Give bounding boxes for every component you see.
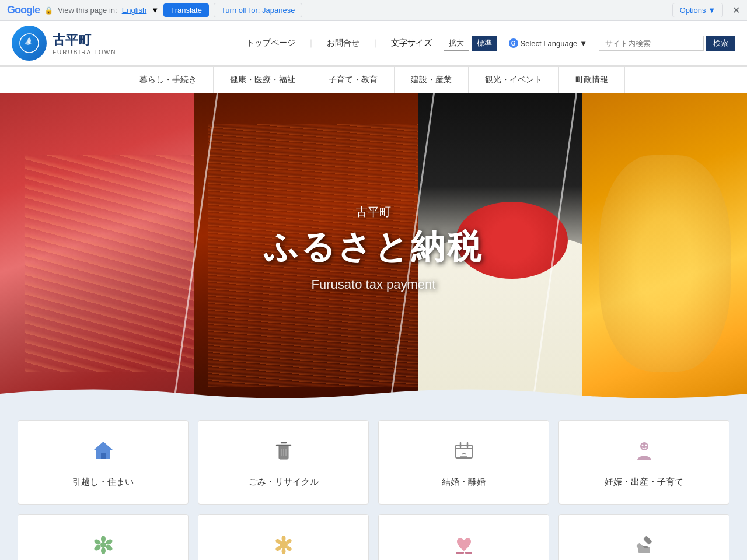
contact-link[interactable]: お問合せ (327, 38, 359, 48)
close-translate-button[interactable]: ✕ (732, 5, 740, 16)
svg-point-13 (641, 444, 643, 446)
nav-tourism[interactable]: 観光・イベント (469, 66, 558, 93)
search-area: 検索 (599, 36, 735, 51)
hero-panel-mango (582, 93, 747, 402)
logo-text: 古平町 FURUBIRA TOWN (53, 32, 117, 55)
hero-wave-bottom (0, 385, 747, 402)
search-button[interactable]: 検索 (706, 36, 735, 51)
nav-childcare[interactable]: 子育て・教育 (312, 66, 394, 93)
quick-card-school[interactable]: 入園・入学 (18, 514, 189, 560)
quick-links-grid: 引越し・住まい ごみ・リサイクル (18, 420, 729, 560)
translate-button[interactable]: Translate (163, 4, 209, 17)
options-button[interactable]: Options ▼ (672, 3, 723, 18)
separator: ｜ (371, 38, 379, 48)
moving-label: 引越し・住まい (72, 477, 134, 488)
font-controls: 拡大 標準 (444, 36, 497, 51)
search-input[interactable] (599, 36, 704, 51)
garbage-label: ごみ・リサイクル (249, 477, 319, 488)
quick-card-grief[interactable]: ご不幸 (198, 514, 369, 560)
hero-banner: 古平町 ふるさと納税 Furusato tax payment (0, 93, 747, 402)
baby-icon (630, 437, 658, 468)
svg-point-14 (645, 444, 647, 446)
language-link[interactable]: English (122, 6, 147, 15)
svg-point-19 (101, 547, 106, 554)
quick-card-marriage[interactable]: 結婚・離婚 (378, 420, 549, 505)
bid-icon (630, 531, 658, 560)
view-text: View this page in: (58, 6, 117, 15)
svg-rect-1 (101, 453, 106, 459)
nav-living[interactable]: 暮らし・手続き (123, 66, 213, 93)
svg-rect-29 (456, 552, 464, 554)
quick-card-moving[interactable]: 引越し・住まい (18, 420, 189, 505)
quick-card-garbage[interactable]: ごみ・リサイクル (198, 420, 369, 505)
svg-rect-8 (456, 445, 472, 458)
svg-point-15 (100, 542, 106, 548)
select-language-label: Select Language (521, 39, 578, 48)
language-dropdown-arrow: ▼ (580, 39, 587, 48)
main-nav: 暮らし・手続き 健康・医療・福祉 子育て・教育 建設・産業 観光・イベント 町政… (0, 66, 747, 93)
site-header: 古平町 FURUBIRA TOWN トップページ ｜ お問合せ ｜ 文字サイズ … (0, 21, 747, 66)
school-icon (89, 531, 117, 560)
svg-point-26 (281, 548, 285, 554)
translate-bar: Google 🔒 View this page in: English ▼ Tr… (0, 0, 747, 21)
svg-point-23 (281, 536, 285, 541)
turnoff-button[interactable]: Turn off for: Japanese (214, 3, 302, 18)
quick-card-baby[interactable]: 妊娠・出産・子育て (558, 420, 729, 505)
top-page-link[interactable]: トップページ (246, 38, 295, 48)
top-nav: トップページ ｜ お問合せ ｜ 文字サイズ 拡大 標準 G Select Lan… (246, 36, 735, 51)
google-translate-logo: Google (7, 4, 40, 16)
logo-roman: FURUBIRA TOWN (53, 49, 117, 55)
font-size-label: 文字サイズ (391, 38, 432, 48)
benefit-icon (450, 531, 478, 560)
quick-links-section: 引越し・住まい ごみ・リサイクル (0, 402, 747, 560)
lock-icon: 🔒 (44, 6, 53, 15)
font-normal-button[interactable]: 標準 (472, 36, 497, 51)
hero-subtitle: 古平町 (264, 204, 483, 220)
quick-card-benefit[interactable]: 手当・助成 (378, 514, 549, 560)
logo-area: 古平町 FURUBIRA TOWN (12, 26, 117, 61)
quick-card-bid[interactable]: 入札情報 (558, 514, 729, 560)
language-selector[interactable]: G Select Language ▼ (509, 38, 587, 48)
svg-point-12 (640, 442, 648, 450)
nav-health[interactable]: 健康・医療・福祉 (214, 66, 312, 93)
moving-icon (89, 437, 117, 468)
hero-title: ふるさと納税 (264, 225, 483, 270)
font-expand-button[interactable]: 拡大 (444, 36, 469, 51)
marriage-icon (450, 437, 478, 468)
hero-english-title: Furusato tax payment (264, 277, 483, 292)
svg-point-16 (101, 536, 106, 542)
logo-kanji: 古平町 (53, 32, 117, 49)
separator: ｜ (307, 38, 315, 48)
hero-text-overlay: 古平町 ふるさと納税 Furusato tax payment (264, 204, 483, 292)
grief-icon (270, 531, 298, 560)
svg-rect-30 (465, 552, 472, 554)
nav-municipal[interactable]: 町政情報 (559, 66, 624, 93)
google-g-icon: G (509, 38, 518, 48)
logo-icon (12, 26, 47, 61)
garbage-icon (270, 437, 298, 468)
nav-construction[interactable]: 建設・産業 (395, 66, 468, 93)
lang-arrow: ▼ (151, 6, 159, 15)
baby-label: 妊娠・出産・子育て (605, 477, 683, 488)
svg-rect-33 (643, 536, 652, 545)
marriage-label: 結婚・離婚 (442, 477, 486, 488)
